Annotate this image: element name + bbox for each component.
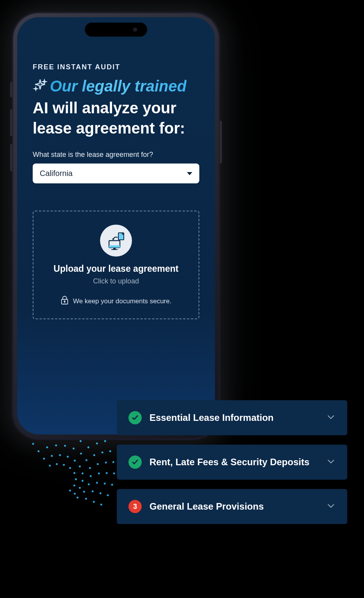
svg-point-64 <box>49 465 51 467</box>
lock-icon <box>61 295 69 307</box>
check-badge-icon <box>128 456 142 469</box>
svg-rect-74 <box>113 248 116 249</box>
svg-point-13 <box>107 494 109 496</box>
svg-point-58 <box>74 460 76 462</box>
phone-screen: FREE INSTANT AUDIT Our legally trained A… <box>17 17 215 434</box>
svg-point-49 <box>89 467 91 469</box>
svg-point-41 <box>85 498 87 500</box>
svg-point-37 <box>97 463 99 465</box>
svg-point-28 <box>93 501 95 503</box>
chevron-down-icon <box>326 412 336 423</box>
sparkle-icon <box>33 77 47 98</box>
eyebrow: FREE INSTANT AUDIT <box>33 63 199 71</box>
svg-point-10 <box>113 461 114 463</box>
headline: Our legally trained AI will analyze your… <box>33 76 199 138</box>
svg-point-8 <box>104 440 106 442</box>
svg-point-25 <box>106 472 108 474</box>
accordion-item-essential[interactable]: Essential Lease Information <box>117 400 347 435</box>
check-badge-icon <box>128 411 142 424</box>
accordion-title: Essential Lease Information <box>149 412 318 424</box>
svg-point-70 <box>74 485 76 487</box>
svg-point-35 <box>88 447 90 448</box>
svg-point-57 <box>67 456 69 458</box>
svg-point-54 <box>43 458 45 460</box>
svg-rect-73 <box>109 245 120 248</box>
accordion-item-general[interactable]: 3 General Lease Provisions <box>117 489 347 524</box>
svg-point-60 <box>82 473 84 475</box>
svg-point-11 <box>113 473 115 475</box>
svg-point-44 <box>55 445 57 447</box>
state-select[interactable]: California <box>33 164 199 183</box>
chevron-down-icon <box>326 457 336 468</box>
svg-point-45 <box>64 445 66 447</box>
upload-title: Upload your lease agreement <box>41 264 191 274</box>
svg-point-43 <box>46 447 48 448</box>
svg-point-47 <box>80 453 82 455</box>
svg-point-34 <box>80 440 82 442</box>
svg-point-63 <box>74 493 76 495</box>
svg-point-78 <box>64 301 65 302</box>
svg-point-40 <box>92 491 94 492</box>
accordion-item-rent[interactable]: Rent, Late Fees & Security Deposits <box>117 445 347 480</box>
upload-dropzone[interactable]: Upload your lease agreement Click to upl… <box>33 211 199 319</box>
svg-point-46 <box>73 448 75 450</box>
svg-point-23 <box>102 452 104 454</box>
upload-subtitle: Click to upload <box>41 277 191 285</box>
svg-point-56 <box>59 454 61 456</box>
audit-accordion: Essential Lease Information Rent, Late F… <box>117 400 347 524</box>
svg-point-9 <box>109 450 111 452</box>
svg-rect-75 <box>111 249 118 250</box>
svg-point-65 <box>56 463 58 465</box>
svg-point-48 <box>86 459 88 461</box>
svg-point-67 <box>69 467 71 469</box>
svg-point-29 <box>32 443 34 445</box>
svg-point-26 <box>104 483 106 485</box>
phone-notch <box>85 23 147 37</box>
svg-point-24 <box>105 462 107 464</box>
svg-point-55 <box>51 455 53 457</box>
svg-point-68 <box>74 472 76 474</box>
svg-point-71 <box>69 490 71 492</box>
caret-down-icon <box>187 172 192 175</box>
state-select-value: California <box>40 169 72 178</box>
state-select-label: What state is the lease agreement for? <box>33 151 199 159</box>
count-badge: 3 <box>128 500 142 513</box>
accordion-title: Rent, Late Fees & Security Deposits <box>149 456 318 468</box>
accordion-title: General Lease Provisions <box>149 501 318 512</box>
svg-point-61 <box>82 480 84 482</box>
phone-frame: FREE INSTANT AUDIT Our legally trained A… <box>12 12 220 440</box>
svg-point-50 <box>90 475 92 477</box>
svg-point-12 <box>111 484 113 486</box>
svg-point-69 <box>75 478 77 480</box>
svg-point-36 <box>93 454 95 456</box>
svg-point-66 <box>63 464 65 466</box>
headline-highlight: Our legally trained <box>50 77 186 95</box>
svg-point-59 <box>79 466 81 468</box>
svg-point-14 <box>100 504 102 506</box>
svg-point-62 <box>79 487 81 489</box>
svg-point-53 <box>77 497 79 499</box>
svg-point-52 <box>83 491 85 493</box>
svg-point-22 <box>96 443 98 445</box>
svg-point-38 <box>98 473 100 475</box>
svg-point-39 <box>96 482 98 484</box>
chevron-down-icon <box>326 501 336 512</box>
svg-point-27 <box>100 492 102 494</box>
secure-note: We keep your documents secure. <box>61 295 172 307</box>
svg-point-51 <box>88 484 90 485</box>
upload-icon <box>100 225 132 257</box>
svg-point-42 <box>38 450 40 452</box>
